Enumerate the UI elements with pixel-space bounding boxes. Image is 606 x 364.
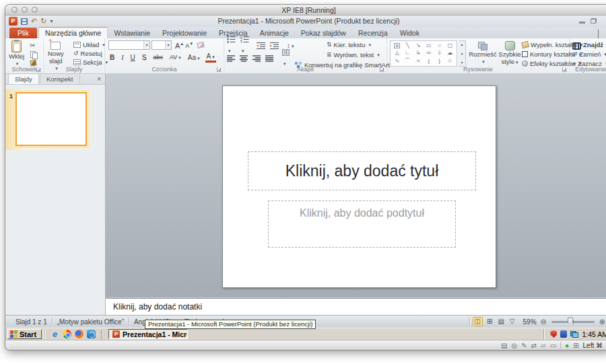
shape-right-brace[interactable]: } — [438, 58, 440, 65]
paste-button[interactable]: Wklej — [9, 40, 24, 67]
close-pane-icon[interactable]: × — [97, 75, 101, 84]
tab-narzedzia-glowne[interactable]: Narzędzia główne — [38, 27, 108, 38]
underline-button[interactable]: U — [129, 53, 137, 62]
shape-right-arrow[interactable]: ⇨ — [426, 50, 431, 57]
status-theme[interactable]: „Motyw pakietu Office” — [53, 318, 129, 326]
scroll-up-icon[interactable]: ▲ — [461, 42, 464, 46]
shape-curve[interactable]: ≈ — [417, 58, 419, 65]
scroll-down-icon[interactable]: ▼ — [461, 52, 464, 56]
minimize-ribbon-icon[interactable] — [598, 30, 603, 35]
start-button[interactable]: Start — [7, 329, 42, 339]
internet-explorer-icon[interactable]: e — [50, 330, 59, 338]
normal-view-button[interactable]: ◫ — [473, 317, 483, 326]
strikethrough-button[interactable]: abc — [152, 53, 164, 62]
slide-thumbnail-row[interactable]: 1 — [5, 89, 105, 150]
zoom-slider[interactable] — [551, 321, 595, 323]
tab-konspekt[interactable]: Konspekt — [40, 73, 80, 84]
clipboard-dialog-launcher[interactable] — [36, 67, 41, 72]
tab-wstawianie[interactable]: Wstawianie — [108, 28, 156, 38]
blue-browser-icon[interactable] — [87, 330, 96, 338]
shape-star[interactable]: ☆ — [448, 58, 452, 65]
shapes-gallery[interactable]: A ╲ ↘ ▭ ○ ▢ △ ∟ ↳ ⇨ ⇩ ☁ ∿ ⌒ ≈ { } ☆ — [390, 40, 457, 67]
cd-icon[interactable]: ◎ — [511, 342, 517, 349]
drawing-dialog-launcher[interactable] — [562, 67, 567, 72]
hdd-icon[interactable]: ▤ — [501, 342, 507, 349]
tablet-icon[interactable]: ✎ — [521, 342, 527, 349]
shape-elbow-connector[interactable]: ∟ — [405, 50, 411, 57]
tab-plik[interactable]: Plik — [9, 28, 37, 38]
clear-formatting-icon[interactable] — [197, 42, 205, 48]
shape-elbow-arrow-connector[interactable]: ↳ — [416, 50, 421, 57]
title-placeholder[interactable]: Kliknij, aby dodać tytuł — [248, 151, 476, 190]
change-case-button[interactable]: Aa — [187, 53, 201, 63]
columns-button[interactable] — [282, 49, 290, 68]
firefox-icon[interactable] — [75, 330, 83, 338]
font-dialog-launcher[interactable] — [217, 67, 222, 72]
powerpoint-app-icon[interactable]: P — [9, 17, 18, 26]
network-adapters-icon[interactable]: ⇄ — [531, 342, 537, 349]
text-shadow-button[interactable]: S — [141, 53, 148, 62]
mac-minimize-button[interactable] — [22, 7, 28, 13]
mac-zoom-button[interactable] — [32, 7, 38, 13]
decrease-indent-button[interactable] — [257, 42, 265, 49]
text-direction-button[interactable]: ⇅ Kier. tekstu — [327, 40, 371, 49]
increase-font-button[interactable]: A▲ — [175, 40, 184, 50]
font-size-combo[interactable]: ▾ — [152, 40, 172, 50]
chrome-icon[interactable] — [63, 330, 71, 338]
tray-app-icon[interactable] — [560, 330, 567, 338]
shared-folders-icon[interactable]: ▱ — [541, 342, 546, 349]
find-button[interactable]: Znajdź — [572, 40, 603, 49]
tab-pokaz-slajdow[interactable]: Pokaz slajdów — [295, 28, 352, 38]
slideshow-view-button[interactable]: ▽ — [508, 318, 516, 326]
vbox-globe-icon[interactable]: ● — [565, 342, 569, 349]
taskbar-clock[interactable]: 1:45 AM — [582, 330, 606, 338]
numbering-button[interactable]: 123 — [240, 36, 249, 55]
zoom-in-icon[interactable]: ⊕ — [599, 318, 605, 326]
shape-rounded-rectangle[interactable]: ▢ — [447, 42, 452, 49]
line-spacing-button[interactable]: ↕ — [287, 42, 294, 49]
shape-freeform[interactable]: ∿ — [395, 58, 399, 65]
font-color-button[interactable]: A — [205, 53, 216, 63]
align-left-button[interactable] — [227, 55, 235, 62]
zoom-out-icon[interactable]: ⊖ — [541, 318, 547, 326]
qat-customize-icon[interactable]: ▾ — [50, 18, 53, 24]
copy-button[interactable] — [30, 50, 36, 59]
notes-pane[interactable]: Kliknij, aby dodać notatki — [106, 298, 606, 315]
font-name-combo[interactable]: ▾ — [108, 40, 150, 50]
display-icon[interactable]: ▭ — [550, 342, 556, 349]
status-slide-info[interactable]: Slajd 1 z 1 — [11, 318, 52, 326]
shape-arrow[interactable]: ↘ — [416, 42, 421, 49]
tab-widok[interactable]: Widok — [394, 28, 426, 38]
arrange-button[interactable]: Rozmieść — [469, 40, 497, 65]
shape-line[interactable]: ╲ — [406, 42, 409, 49]
increase-indent-button[interactable] — [270, 42, 279, 49]
restore-icon[interactable] — [591, 18, 597, 24]
zoom-slider-thumb[interactable] — [568, 318, 573, 325]
bold-button[interactable]: B — [108, 53, 116, 62]
mac-close-button[interactable] — [11, 7, 18, 13]
redo-icon[interactable]: ↻ — [40, 17, 46, 25]
zoom-level[interactable]: 59% — [519, 318, 538, 326]
chevron-down-icon[interactable]: ▾ — [143, 41, 149, 49]
gallery-more-icon[interactable]: ▼ — [461, 61, 464, 65]
bullets-button[interactable] — [227, 36, 236, 55]
shape-cloud[interactable]: ☁ — [447, 50, 452, 57]
chevron-down-icon[interactable]: ▾ — [165, 41, 171, 49]
character-spacing-button[interactable]: AV — [168, 53, 182, 62]
subtitle-placeholder[interactable]: Kliknij, aby dodać podtytuł — [268, 201, 456, 248]
shape-textbox[interactable]: A — [394, 43, 400, 48]
reading-view-button[interactable]: ▤ — [496, 318, 505, 326]
decrease-font-button[interactable]: A▼ — [185, 40, 193, 50]
layout-button[interactable]: Układ — [73, 40, 105, 49]
italic-button[interactable]: I — [120, 53, 125, 62]
align-right-button[interactable] — [252, 55, 261, 62]
undo-icon[interactable]: ↶ — [31, 17, 37, 25]
align-center-button[interactable] — [240, 55, 248, 62]
shape-triangle[interactable]: △ — [395, 50, 399, 57]
tab-recenzja[interactable]: Recenzja — [352, 28, 394, 38]
align-text-button[interactable]: ≣ Wyrówn. tekst — [327, 50, 380, 59]
save-icon[interactable] — [21, 18, 28, 25]
quick-styles-button[interactable]: Szybkie style — [497, 40, 523, 66]
tab-projektowanie[interactable]: Projektowanie — [156, 28, 213, 38]
justify-button[interactable] — [265, 55, 273, 62]
